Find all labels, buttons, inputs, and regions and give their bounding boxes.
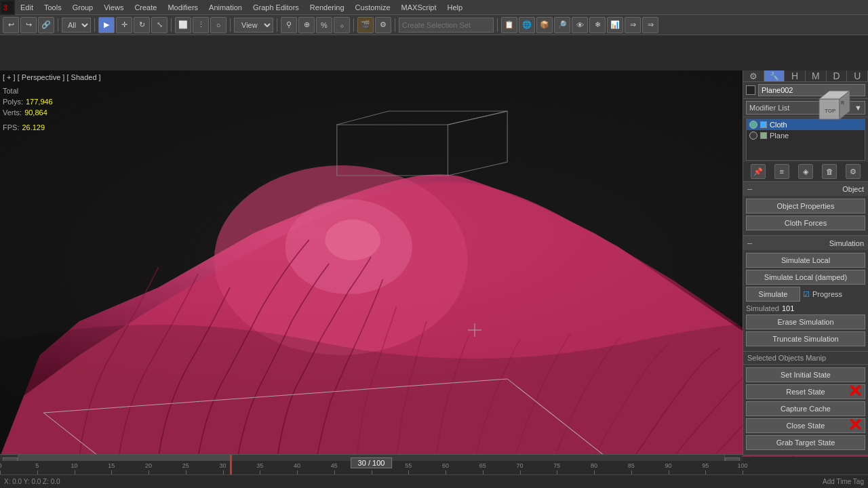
menu-modifiers[interactable]: Modifiers — [162, 0, 203, 14]
simulated-label: Simulated — [746, 304, 779, 312]
total-label: Total — [3, 85, 18, 96]
menubar: 3 Edit Tools Group Views Create Modifier… — [0, 0, 868, 15]
mirror-btn[interactable]: ⋮ — [193, 17, 209, 33]
xref-scenes[interactable]: ⇒ — [642, 17, 658, 33]
tab-modify[interactable]: 🔧 — [764, 70, 785, 81]
manip-section: Selected Objects Manip Set Initial State… — [743, 352, 868, 455]
fps-label: FPS: — [3, 122, 19, 133]
polys-value: 177,946 — [26, 96, 53, 107]
menu-rendering[interactable]: Rendering — [304, 0, 350, 14]
modifier-list-label: Modifier List — [749, 104, 789, 112]
manip-header: Selected Objects Manip — [743, 352, 868, 365]
mod-item-label: Plane — [770, 131, 789, 140]
erase-simulation-btn[interactable]: Erase Simulation — [746, 314, 865, 329]
grab-target-state-btn[interactable]: Grab Target State — [746, 435, 865, 450]
mod-color-icon[interactable] — [760, 132, 767, 139]
menu-customize[interactable]: Customize — [350, 0, 396, 14]
scale-btn[interactable]: ⤡ — [151, 17, 167, 33]
spinner-snap[interactable]: ⬦ — [334, 17, 350, 33]
capture-cache-container: Capture Cache — [746, 401, 865, 416]
mod-eye-icon[interactable] — [749, 121, 757, 129]
render-btn[interactable]: 🎬 — [357, 17, 374, 33]
simulate-local-btn[interactable]: Simulate Local — [746, 253, 865, 268]
reset-state-container: Reset State ✕ — [746, 384, 865, 399]
mod-make-unique-btn[interactable]: ◈ — [798, 164, 813, 179]
snaps-toggle[interactable]: ⚲ — [281, 17, 297, 33]
layer-manager[interactable]: 📋 — [501, 17, 517, 33]
display-float[interactable]: 📊 — [607, 17, 623, 33]
simulated-value: 101 — [782, 304, 794, 312]
minus-icon: – — [747, 238, 752, 248]
menu-views[interactable]: Views — [98, 0, 129, 14]
object-section: – Object Object Properties Cloth Forces — [743, 182, 868, 236]
mod-configure-btn[interactable]: ⚙ — [846, 164, 861, 179]
svg-point-5 — [325, 220, 380, 260]
render-setup[interactable]: ⚙ — [375, 17, 391, 33]
menu-graph-editors[interactable]: Graph Editors — [248, 0, 304, 14]
statusbar-info: Add Time Tag — [823, 478, 864, 485]
menu-tools[interactable]: Tools — [39, 0, 67, 14]
menu-group[interactable]: Group — [67, 0, 99, 14]
simulate-btn[interactable]: Simulate — [746, 287, 800, 302]
timeline-frame-display[interactable]: 30 / 100 — [351, 458, 393, 468]
object-color-swatch[interactable] — [746, 85, 755, 95]
reset-state-btn[interactable]: Reset State — [746, 384, 865, 399]
select-btn[interactable]: ▶ — [98, 17, 115, 33]
move-btn[interactable]: ✛ — [116, 17, 132, 33]
hide-btn[interactable]: 👁 — [572, 17, 588, 33]
undo-btn[interactable]: ↩ — [3, 17, 19, 33]
tab-hierarchy[interactable]: H — [785, 70, 806, 81]
modifier-action-icons: 📌 ≡ ◈ 🗑 ⚙ — [743, 162, 868, 182]
named-selection-input[interactable] — [399, 18, 494, 33]
mod-pin-btn[interactable]: 📌 — [751, 164, 766, 179]
viewport[interactable]: [ + ] [ Perspective ] [ Shaded ] Total P… — [0, 70, 868, 457]
simulate-local-damped-btn[interactable]: Simulate Local (damped) — [746, 270, 865, 285]
menu-help[interactable]: Help — [442, 0, 469, 14]
mod-remove-btn[interactable]: 🗑 — [822, 164, 837, 179]
xref-objects[interactable]: ⇒ — [625, 17, 641, 33]
percent-snap[interactable]: % — [316, 17, 332, 33]
mod-color-icon[interactable] — [760, 121, 767, 128]
object-section-header[interactable]: – Object — [743, 182, 868, 196]
redo-btn[interactable]: ↪ — [20, 17, 37, 33]
cloth-forces-btn[interactable]: Cloth Forces — [746, 216, 865, 230]
truncate-simulation-btn[interactable]: Truncate Simulation — [746, 331, 865, 346]
angle-snap[interactable]: ⊕ — [298, 17, 315, 33]
container-btn[interactable]: 📦 — [536, 17, 553, 33]
filter-select[interactable]: All — [62, 18, 91, 33]
tab-create[interactable]: ⚙ — [743, 70, 764, 81]
mod-item-label: Cloth — [770, 121, 787, 129]
set-initial-state-btn[interactable]: Set Initial State — [746, 367, 865, 382]
simulate-row: Simulate ☑ Progress — [746, 287, 865, 302]
ref-coord-btn[interactable]: ⬜ — [175, 17, 191, 33]
view-select[interactable]: View — [234, 18, 273, 33]
menu-create[interactable]: Create — [129, 0, 162, 14]
simulation-section-content: Simulate Local Simulate Local (damped) S… — [743, 250, 868, 351]
viewport-stats: Total Polys: 177,946 Verts: 90,864 FPS: … — [3, 85, 53, 133]
menu-animation[interactable]: Animation — [203, 0, 248, 14]
object-section-content: Object Properties Cloth Forces — [743, 196, 868, 235]
simulation-section-header[interactable]: – Simulation — [743, 236, 868, 250]
statusbar-coord: X: 0.0 Y: 0.0 Z: 0.0 — [4, 478, 60, 485]
align-btn[interactable]: ○ — [210, 17, 226, 33]
close-state-btn[interactable]: Close State — [746, 418, 865, 433]
minus-icon: – — [747, 184, 752, 194]
link-btn[interactable]: 🔗 — [38, 17, 54, 33]
polys-label: Polys: — [3, 96, 23, 107]
menu-maxscript[interactable]: MAXScript — [396, 0, 442, 14]
verts-value: 90,864 — [24, 107, 47, 118]
object-properties-btn[interactable]: Object Properties — [746, 199, 865, 214]
scene-explorer[interactable]: 🌐 — [519, 17, 535, 33]
timeline-marker — [230, 455, 232, 474]
viewport-gizmo[interactable]: TOP R — [812, 79, 860, 126]
freeze-btn[interactable]: ❄ — [589, 17, 606, 33]
capture-cache-btn[interactable]: Capture Cache — [746, 401, 865, 416]
rotate-btn[interactable]: ↻ — [134, 17, 150, 33]
mod-show-all-btn[interactable]: ≡ — [774, 164, 789, 179]
progress-label: Progress — [812, 290, 842, 298]
isolate-btn[interactable]: 🔎 — [554, 17, 570, 33]
mod-eye-icon[interactable] — [749, 131, 757, 140]
app-logo: 3 — [0, 0, 15, 15]
progress-checkbox[interactable]: ☑ — [803, 290, 810, 299]
menu-edit[interactable]: Edit — [15, 0, 39, 14]
